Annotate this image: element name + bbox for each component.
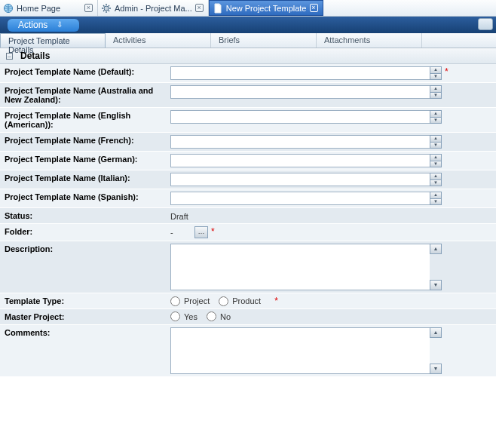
stepper-down[interactable]: ▼ [430, 142, 442, 149]
sub-tab-attachments[interactable]: Attachments [317, 33, 422, 48]
label-name-default: Project Template Name (Default): [0, 64, 170, 82]
input-name-spanish[interactable] [170, 192, 430, 205]
required-marker: * [274, 296, 278, 306]
stepper-up[interactable]: ▲ [430, 66, 442, 73]
stepper-down[interactable]: ▼ [430, 161, 442, 167]
stepper-up[interactable]: ▲ [430, 173, 442, 180]
label-name-italian: Project Template Name (Italian): [0, 170, 170, 189]
textarea-description[interactable] [170, 244, 430, 290]
label-name-spanish: Project Template Name (Spanish): [0, 189, 170, 207]
gear-icon [101, 3, 112, 14]
label-name-aunz: Project Template Name (Australia and New… [0, 83, 170, 107]
input-name-aunz[interactable] [170, 85, 430, 99]
label-description: Description: [0, 241, 170, 293]
stepper-down[interactable]: ▼ [430, 180, 442, 186]
section-title: Details [20, 51, 50, 61]
stepper-down[interactable]: ▼ [430, 73, 442, 80]
minimize-button[interactable] [478, 18, 493, 30]
close-icon[interactable]: × [310, 4, 318, 12]
actions-label: Actions [18, 20, 47, 30]
radio-label: Yes [184, 312, 197, 321]
sub-tab-briefs[interactable]: Briefs [211, 33, 317, 48]
stepper-up[interactable]: ▲ [430, 110, 442, 117]
top-tab-bar: Home Page × Admin - Project Ma... × New … [0, 0, 496, 17]
radio-master-no[interactable] [207, 311, 216, 321]
sub-tab-bar: Project Template Details Activities Brie… [0, 33, 496, 48]
radio-label: No [220, 312, 231, 321]
stepper-up[interactable]: ▲ [430, 85, 442, 92]
close-icon[interactable]: × [195, 4, 204, 12]
tab-label: Home Page [17, 4, 81, 13]
label-folder: Folder: [0, 224, 170, 241]
value-folder: - [170, 226, 191, 237]
collapse-icon[interactable]: – [6, 53, 13, 60]
sub-tab-details[interactable]: Project Template Details [0, 33, 106, 48]
label-name-french: Project Template Name (French): [0, 133, 170, 151]
svg-point-1 [104, 6, 109, 11]
label-comments: Comments: [0, 325, 170, 376]
section-header-details: – Details [0, 48, 496, 64]
tab-label: Admin - Project Ma... [115, 4, 192, 13]
document-icon [213, 3, 223, 14]
radio-template-product[interactable] [219, 296, 228, 306]
actions-toolbar: Actions ⇩ [0, 17, 496, 33]
form-details: Project Template Name (Default): ▲▼ * Pr… [0, 64, 496, 377]
label-name-englishus: Project Template Name (English (American… [0, 108, 170, 132]
stepper-up[interactable]: ▲ [430, 327, 442, 338]
stepper-down[interactable]: ▼ [430, 198, 442, 205]
actions-menu-button[interactable]: Actions ⇩ [8, 19, 79, 32]
globe-icon [3, 3, 14, 14]
chevron-down-icon: ⇩ [57, 20, 63, 29]
required-marker: * [211, 226, 215, 237]
stepper-up[interactable]: ▲ [430, 135, 442, 142]
radio-label: Product [232, 296, 261, 305]
label-name-german: Project Template Name (German): [0, 152, 170, 170]
stepper-up[interactable]: ▲ [430, 154, 442, 161]
tab-label: New Project Template [226, 4, 307, 13]
stepper-down[interactable]: ▼ [430, 364, 442, 374]
label-template-type: Template Type: [0, 293, 170, 308]
tab-admin-project[interactable]: Admin - Project Ma... × [98, 0, 209, 16]
stepper-up[interactable]: ▲ [430, 244, 442, 254]
input-name-default[interactable] [170, 66, 430, 80]
value-status: Draft [170, 210, 188, 221]
radio-label: Project [184, 296, 210, 305]
stepper-up[interactable]: ▲ [430, 192, 442, 198]
textarea-comments[interactable] [170, 327, 430, 374]
label-status: Status: [0, 208, 170, 223]
input-name-englishus[interactable] [170, 110, 430, 124]
tab-home-page[interactable]: Home Page × [0, 0, 98, 16]
close-icon[interactable]: × [84, 4, 93, 12]
input-name-german[interactable] [170, 154, 430, 167]
label-master-project: Master Project: [0, 309, 170, 324]
tab-new-project-template[interactable]: New Project Template × [209, 0, 323, 16]
radio-master-yes[interactable] [170, 311, 180, 321]
radio-template-project[interactable] [170, 296, 180, 306]
stepper-down[interactable]: ▼ [430, 117, 442, 124]
stepper-down[interactable]: ▼ [430, 280, 442, 290]
input-name-italian[interactable] [170, 173, 430, 186]
sub-tab-activities[interactable]: Activities [106, 33, 211, 48]
stepper-down[interactable]: ▼ [430, 92, 442, 99]
input-name-french[interactable] [170, 135, 430, 149]
folder-browse-button[interactable]: … [194, 226, 208, 238]
required-marker: * [445, 66, 449, 77]
sub-tab-spacer [422, 33, 496, 48]
